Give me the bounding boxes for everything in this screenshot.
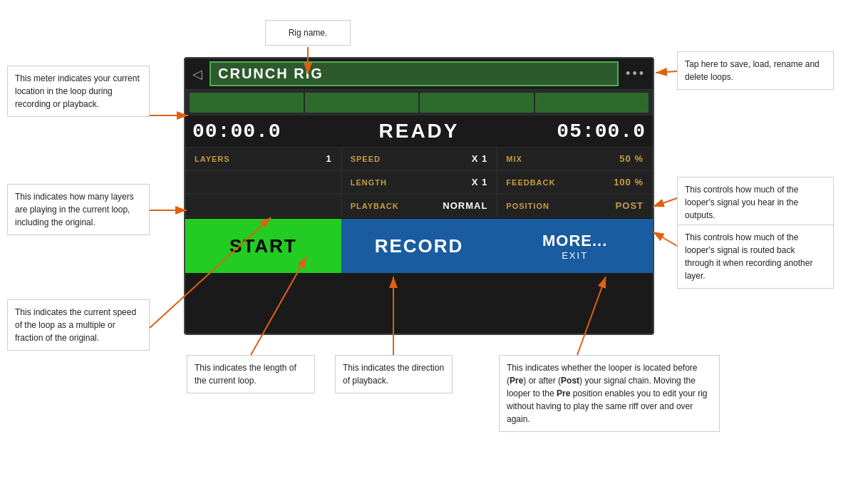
current-time: 00:00.0 — [192, 120, 281, 143]
progress-segment-3 — [420, 93, 534, 113]
progress-meter — [185, 90, 653, 115]
speed-control[interactable]: SPEED X 1 — [341, 147, 497, 170]
layers-control[interactable]: LAYERS 1 — [185, 147, 341, 170]
progress-segment-4 — [535, 93, 649, 113]
annotation-meter: This meter indicates your current locati… — [7, 66, 150, 117]
layers-value: 1 — [326, 153, 331, 164]
position-value: POST — [616, 200, 644, 211]
more-dots-button[interactable]: ••• — [626, 66, 646, 81]
time-row: 00:00.0 READY 05:00.0 — [185, 115, 653, 147]
empty-cell-2 — [185, 194, 341, 217]
speed-value: X 1 — [472, 153, 488, 164]
svg-line-7 — [653, 232, 677, 246]
annotation-layers: This indicates how many layers are playi… — [7, 184, 150, 235]
controls-row-3: PLAYBACK NORMAL POSITION POST — [185, 194, 653, 217]
rig-name-field[interactable]: CRUNCH RIG — [210, 61, 619, 86]
length-control[interactable]: LENGTH X 1 — [341, 170, 497, 194]
length-label: LENGTH — [351, 178, 387, 187]
playback-value: NORMAL — [443, 200, 487, 211]
annotation-position: This indicates whether the looper is loc… — [499, 355, 720, 432]
playback-control[interactable]: PLAYBACK NORMAL — [341, 194, 497, 217]
record-button[interactable]: RECORD — [341, 219, 497, 273]
more-button[interactable]: MORE... EXIT — [497, 219, 653, 273]
svg-line-6 — [653, 198, 677, 207]
more-label: MORE... — [542, 232, 607, 250]
position-label: POSITION — [506, 202, 549, 210]
length-value: X 1 — [472, 177, 488, 187]
start-button[interactable]: START — [185, 219, 341, 273]
status-display: READY — [378, 120, 459, 143]
annotation-length: This indicates the length of the current… — [187, 355, 315, 393]
layers-label: LAYERS — [195, 155, 230, 163]
position-control[interactable]: POSITION POST — [497, 194, 653, 217]
annotation-playback: This indicates the direction of playback… — [335, 355, 453, 393]
progress-segment-1 — [190, 93, 304, 113]
looper-panel: ◁ CRUNCH RIG ••• 00:00.0 READY 05:00.0 L… — [184, 57, 654, 335]
header-bar: ◁ CRUNCH RIG ••• — [185, 58, 653, 90]
feedback-value: 100 % — [614, 177, 644, 187]
speed-label: SPEED — [351, 155, 381, 163]
progress-segment-2 — [305, 93, 419, 113]
button-row: START RECORD MORE... EXIT — [185, 219, 653, 273]
controls-row-2: LENGTH X 1 FEEDBACK 100 % — [185, 170, 653, 194]
mix-control[interactable]: MIX 50 % — [497, 147, 653, 170]
annotation-speed: This indicates the current speed of the … — [7, 299, 150, 351]
feedback-control[interactable]: FEEDBACK 100 % — [497, 170, 653, 194]
mix-label: MIX — [506, 155, 522, 163]
exit-label: EXIT — [562, 250, 588, 261]
mix-value: 50 % — [619, 153, 644, 164]
feedback-label: FEEDBACK — [506, 178, 555, 187]
annotation-mix: This controls how much of the looper's s… — [677, 177, 834, 228]
svg-line-5 — [656, 71, 677, 73]
total-time: 05:00.0 — [557, 120, 646, 143]
annotation-feedback: This controls how much of the looper's s… — [677, 225, 834, 289]
controls-row-1: LAYERS 1 SPEED X 1 MIX 50 % — [185, 147, 653, 170]
position-text: This indicates whether the looper is loc… — [507, 363, 708, 424]
back-button[interactable]: ◁ — [192, 66, 202, 82]
annotation-save: Tap here to save, load, rename and delet… — [677, 51, 834, 90]
empty-cell — [185, 170, 341, 194]
playback-label: PLAYBACK — [351, 202, 399, 210]
annotation-rigname: Rig name. — [265, 20, 351, 46]
